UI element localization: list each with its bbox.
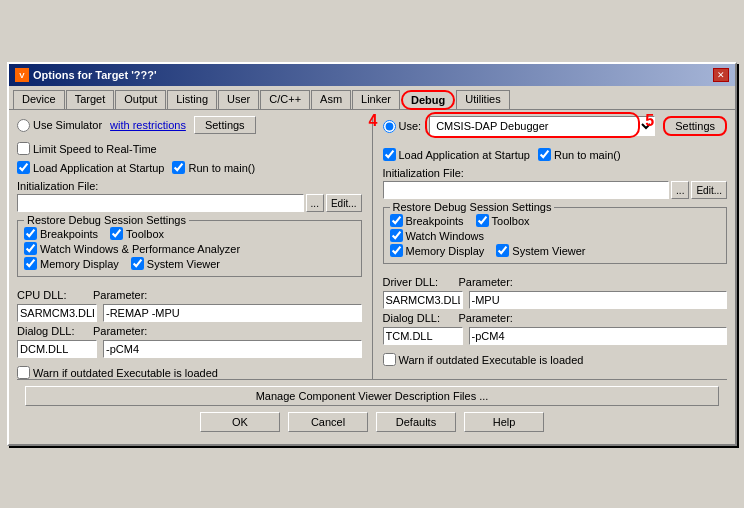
left-cpu-param-input[interactable] — [103, 304, 362, 322]
left-edit-button[interactable]: Edit... — [326, 194, 362, 212]
right-memory-cb[interactable]: Memory Display — [390, 244, 485, 257]
right-load-run-row: Load Application at Startup Run to main(… — [383, 146, 728, 163]
simulator-settings-button[interactable]: Settings — [194, 116, 256, 134]
left-init-file-row: ... Edit... — [17, 194, 362, 212]
tab-debug[interactable]: Debug — [401, 90, 455, 110]
left-watch-cb[interactable]: Watch Windows & Performance Analyzer — [24, 242, 240, 255]
right-watch-cb[interactable]: Watch Windows — [390, 229, 484, 242]
title-bar-left: V Options for Target '???' — [15, 68, 157, 82]
simulator-radio-input[interactable] — [17, 119, 30, 132]
right-sysviewer-cb[interactable]: System Viewer — [496, 244, 585, 257]
right-dialog-dll-input[interactable] — [383, 327, 463, 345]
tab-device[interactable]: Device — [13, 90, 65, 109]
right-restore-group: Restore Debug Session Settings Breakpoin… — [383, 207, 728, 264]
left-dll-section: CPU DLL: Parameter: Dialog DLL: Paramete… — [17, 289, 362, 358]
right-load-app-checkbox[interactable]: Load Application at Startup — [383, 148, 530, 161]
left-memory-cb[interactable]: Memory Display — [24, 257, 119, 270]
left-group-row1: Breakpoints Toolbox — [24, 227, 355, 240]
right-init-file-section: Initialization File: ... Edit... — [383, 167, 728, 199]
left-group-row2: Watch Windows & Performance Analyzer — [24, 242, 355, 255]
right-driver-param-label: Parameter: — [459, 276, 519, 288]
left-dialog-param-input[interactable] — [103, 340, 362, 358]
right-init-file-input[interactable] — [383, 181, 670, 199]
limit-speed-checkbox[interactable]: Limit Speed to Real-Time — [17, 142, 362, 155]
left-toolbox-cb[interactable]: Toolbox — [110, 227, 164, 240]
right-warn-row: Warn if outdated Executable is loaded — [383, 353, 728, 366]
tab-output[interactable]: Output — [115, 90, 166, 109]
app-icon: V — [15, 68, 29, 82]
left-run-to-main-checkbox[interactable]: Run to main() — [172, 161, 255, 174]
right-dialog-param-label: Parameter: — [459, 312, 519, 324]
right-breakpoints-cb[interactable]: Breakpoints — [390, 214, 464, 227]
left-sysviewer-cb[interactable]: System Viewer — [131, 257, 220, 270]
left-cpu-dll-input[interactable] — [17, 304, 97, 322]
left-panel: Use Simulator with restrictions Settings… — [17, 116, 362, 379]
right-warn-cb[interactable]: Warn if outdated Executable is loaded — [383, 353, 584, 366]
left-cpu-dll-row: CPU DLL: Parameter: — [17, 289, 362, 301]
ok-button[interactable]: OK — [200, 412, 280, 432]
panel-divider — [372, 116, 373, 379]
left-group-row3: Memory Display System Viewer — [24, 257, 355, 270]
right-init-file-row: ... Edit... — [383, 181, 728, 199]
help-button[interactable]: Help — [464, 412, 544, 432]
left-dialog-dll-inputs — [17, 340, 362, 358]
annotation-5: 5 — [645, 112, 654, 130]
left-init-file-input[interactable] — [17, 194, 304, 212]
limit-speed-input[interactable] — [17, 142, 30, 155]
right-dialog-dll-row: Dialog DLL: Parameter: — [383, 312, 728, 324]
left-cpu-dll-inputs — [17, 304, 362, 322]
cancel-button[interactable]: Cancel — [288, 412, 368, 432]
right-driver-dll-input[interactable] — [383, 291, 463, 309]
right-driver-dll-inputs — [383, 291, 728, 309]
footer-buttons: OK Cancel Defaults Help — [25, 412, 719, 432]
main-window: V Options for Target '???' ✕ Device Targ… — [7, 62, 737, 446]
use-debugger-radio[interactable]: Use: — [383, 120, 422, 133]
left-breakpoints-cb[interactable]: Breakpoints — [24, 227, 98, 240]
right-edit-button[interactable]: Edit... — [691, 181, 727, 199]
window-title: Options for Target '???' — [33, 69, 157, 81]
left-warn-row: Warn if outdated Executable is loaded — [17, 366, 362, 379]
tab-target[interactable]: Target — [66, 90, 115, 109]
debugger-row: 4 Use: CMSIS-DAP Debugger Settings 5 — [383, 116, 728, 136]
simulator-row: Use Simulator with restrictions Settings — [17, 116, 362, 134]
tab-asm[interactable]: Asm — [311, 90, 351, 109]
left-dialog-dll-input[interactable] — [17, 340, 97, 358]
left-init-file-label: Initialization File: — [17, 180, 362, 192]
right-run-to-main-input[interactable] — [538, 148, 551, 161]
right-load-app-input[interactable] — [383, 148, 396, 161]
left-group-content: Breakpoints Toolbox Watch Windows & Perf… — [24, 227, 355, 270]
defaults-button[interactable]: Defaults — [376, 412, 456, 432]
right-group-row1: Breakpoints Toolbox — [390, 214, 721, 227]
right-driver-param-input[interactable] — [469, 291, 728, 309]
use-simulator-radio[interactable]: Use Simulator — [17, 119, 102, 132]
right-browse-button[interactable]: ... — [671, 181, 689, 199]
left-run-to-main-input[interactable] — [172, 161, 185, 174]
tab-utilities[interactable]: Utilities — [456, 90, 509, 109]
bottom-bar: Manage Component Viewer Description File… — [17, 379, 727, 438]
close-button[interactable]: ✕ — [713, 68, 729, 82]
left-warn-cb[interactable]: Warn if outdated Executable is loaded — [17, 366, 218, 379]
debugger-select[interactable]: CMSIS-DAP Debugger — [429, 116, 655, 136]
debugger-radio-input[interactable] — [383, 120, 396, 133]
right-dialog-param-input[interactable] — [469, 327, 728, 345]
title-bar: V Options for Target '???' ✕ — [9, 64, 735, 86]
tab-linker[interactable]: Linker — [352, 90, 400, 109]
tab-listing[interactable]: Listing — [167, 90, 217, 109]
left-load-app-checkbox[interactable]: Load Application at Startup — [17, 161, 164, 174]
right-run-to-main-checkbox[interactable]: Run to main() — [538, 148, 621, 161]
left-browse-button[interactable]: ... — [306, 194, 324, 212]
tab-user[interactable]: User — [218, 90, 259, 109]
restrictions-link[interactable]: with restrictions — [110, 119, 186, 131]
annotation-4: 4 — [369, 112, 378, 130]
right-toolbox-cb[interactable]: Toolbox — [476, 214, 530, 227]
tab-cpp[interactable]: C/C++ — [260, 90, 310, 109]
main-panels: Use Simulator with restrictions Settings… — [17, 116, 727, 379]
right-dialog-dll-inputs — [383, 327, 728, 345]
manage-button[interactable]: Manage Component Viewer Description File… — [25, 386, 719, 406]
right-driver-dll-label: Driver DLL: — [383, 276, 453, 288]
left-load-app-input[interactable] — [17, 161, 30, 174]
left-init-file-section: Initialization File: ... Edit... — [17, 180, 362, 212]
right-restore-group-title: Restore Debug Session Settings — [390, 201, 555, 213]
right-settings-button[interactable]: Settings — [663, 116, 727, 136]
left-load-run-row: Load Application at Startup Run to main(… — [17, 159, 362, 176]
